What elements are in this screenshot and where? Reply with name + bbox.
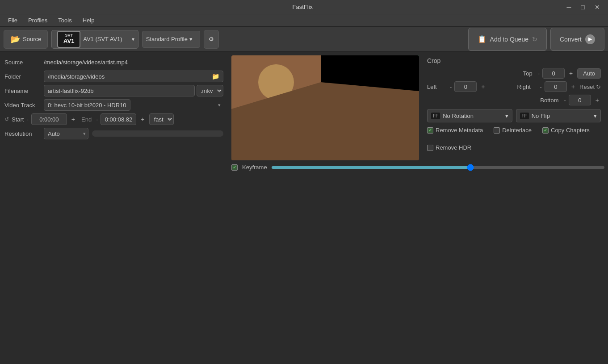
video-track-select[interactable]: 0: hevc 10-bit bt2020 - HDR10 xyxy=(44,99,130,111)
start-time-plus-button[interactable]: + xyxy=(70,115,77,124)
crop-left-input[interactable] xyxy=(454,81,477,92)
source-icon: 📂 xyxy=(10,34,20,44)
remove-hdr-item: Remove HDR xyxy=(427,144,471,151)
flip-chevron-icon: ▾ xyxy=(594,113,597,119)
source-field-label: Source xyxy=(4,59,40,66)
crop-top-input[interactable] xyxy=(542,68,565,79)
preview-image-inner xyxy=(231,55,419,160)
crop-right-plus-button[interactable]: + xyxy=(570,82,577,91)
convert-label: Convert xyxy=(560,36,582,43)
copy-chapters-checkbox[interactable] xyxy=(542,127,549,134)
crop-left-plus-button[interactable]: + xyxy=(479,82,486,91)
crop-right-input[interactable] xyxy=(545,81,567,92)
crop-left-label: Left xyxy=(427,84,447,90)
queue-icon: 📋 xyxy=(478,35,486,43)
extension-select[interactable]: .mkv .mp4 xyxy=(197,85,223,96)
queue-spinner-icon: ↻ xyxy=(532,36,537,43)
folder-path: /media/storage/videos xyxy=(48,73,105,80)
source-row: Source /media/storage/videos/artist.mp4 xyxy=(4,56,223,68)
filename-input-group: .mkv .mp4 xyxy=(44,85,223,96)
extension-select-wrap: .mkv .mp4 xyxy=(197,85,223,96)
encoder-dropdown-button[interactable]: ▾ xyxy=(128,30,138,49)
folder-browse-button[interactable]: 📁 xyxy=(212,73,219,80)
rotation-row: FF No Rotation ▾ FF No Flip ▾ xyxy=(427,109,601,122)
left-panel: Source /media/storage/videos/artist.mp4 … xyxy=(0,52,228,364)
settings-button[interactable]: ⚙ xyxy=(204,30,219,49)
menu-tools[interactable]: Tools xyxy=(54,15,76,25)
checkboxes-row: Remove Metadata Deinterlace Copy Chapter… xyxy=(427,127,601,151)
remove-hdr-checkbox[interactable] xyxy=(427,145,433,151)
window-controls: ─ □ ✕ xyxy=(564,3,603,12)
right-panel: Crop Top - + Auto Left - + Ri xyxy=(228,52,608,364)
main-content: Source /media/storage/videos/artist.mp4 … xyxy=(0,52,608,364)
deinterlace-label: Deinterlace xyxy=(502,127,532,134)
toolbar: 📂 Source SVT AV1 AV1 (SVT AV1) ▾ Standar… xyxy=(0,27,608,52)
flip-logo: FF xyxy=(520,113,529,119)
svt-logo: SVT AV1 xyxy=(57,31,80,48)
crop-right-label: Right xyxy=(517,84,537,90)
add-to-queue-button[interactable]: 📋 Add to Queue ↻ xyxy=(468,28,547,51)
deinterlace-checkbox[interactable] xyxy=(494,127,500,134)
profile-chevron-icon: ▾ xyxy=(189,36,193,42)
end-time-plus-button[interactable]: + xyxy=(139,115,146,124)
crop-lr-row: Left - + Right - + Reset ↻ xyxy=(427,81,601,92)
source-path: /media/storage/videos/artist.mp4 xyxy=(44,59,128,66)
profile-label: Standard Profile xyxy=(146,36,188,42)
video-track-select-wrap: 0: hevc 10-bit bt2020 - HDR10 xyxy=(44,99,223,111)
crop-bottom-plus-button[interactable]: + xyxy=(594,96,601,105)
start-label: Start xyxy=(12,116,24,123)
crop-top-label: Top xyxy=(519,70,533,77)
source-label: Source xyxy=(23,36,41,42)
resolution-bar xyxy=(92,130,223,137)
rotation-chevron-icon: ▾ xyxy=(505,113,508,119)
crop-title: Crop xyxy=(427,57,601,64)
crop-reset-button[interactable]: Reset ↻ xyxy=(579,84,601,90)
encoder-name: AV1 (SVT AV1) xyxy=(83,36,122,42)
profile-selector[interactable]: Standard Profile ▾ xyxy=(142,31,200,48)
menu-help[interactable]: Help xyxy=(78,15,99,25)
deinterlace-item: Deinterlace xyxy=(494,127,532,134)
minimize-button[interactable]: ─ xyxy=(564,3,574,12)
flip-selector[interactable]: FF No Flip ▾ xyxy=(516,109,601,122)
reset-label: Reset xyxy=(579,84,595,90)
maximize-button[interactable]: □ xyxy=(579,3,587,12)
copy-chapters-label: Copy Chapters xyxy=(551,127,590,134)
remove-metadata-checkbox[interactable] xyxy=(427,127,433,134)
crop-bottom-label: Bottom xyxy=(536,97,558,104)
crop-bottom-row: Bottom - + xyxy=(427,95,601,105)
encoder-name-button[interactable]: SVT AV1 AV1 (SVT AV1) xyxy=(51,30,127,49)
seek-mode-wrap: fast xyxy=(149,113,174,125)
encoder-selector: SVT AV1 AV1 (SVT AV1) ▾ xyxy=(51,30,138,49)
keyframe-checkbox[interactable]: ✓ xyxy=(231,164,238,171)
flip-value: No Flip xyxy=(532,113,550,119)
start-time-input[interactable] xyxy=(31,113,67,125)
preview-area: Crop Top - + Auto Left - + Ri xyxy=(231,55,604,160)
folder-field-label: Folder xyxy=(4,73,40,80)
convert-button[interactable]: Convert ▶ xyxy=(550,28,604,51)
crop-auto-button[interactable]: Auto xyxy=(577,68,601,79)
keyframe-label: Keyframe xyxy=(242,164,267,171)
resolution-row: Resolution Auto xyxy=(4,128,223,139)
crop-bottom-input[interactable] xyxy=(569,95,591,105)
end-time-input[interactable] xyxy=(101,113,136,125)
close-button[interactable]: ✕ xyxy=(592,3,603,12)
titlebar: FastFlix ─ □ ✕ xyxy=(0,0,608,14)
video-preview xyxy=(231,55,419,160)
keyframe-slider[interactable] xyxy=(272,166,604,169)
menu-file[interactable]: File xyxy=(4,15,22,25)
filename-row: Filename .mkv .mp4 xyxy=(4,85,223,96)
timing-separator: End xyxy=(81,116,92,123)
folder-input-wrap: /media/storage/videos 📁 xyxy=(44,71,223,82)
video-track-label: Video Track xyxy=(4,102,40,109)
crop-top-plus-button[interactable]: + xyxy=(567,69,574,78)
add-queue-label: Add to Queue xyxy=(490,36,528,43)
source-button[interactable]: 📂 Source xyxy=(4,30,48,49)
menu-profiles[interactable]: Profiles xyxy=(24,15,52,25)
reset-icon: ↻ xyxy=(596,84,601,90)
play-icon: ▶ xyxy=(585,34,595,44)
rotation-value: No Rotation xyxy=(443,113,474,119)
seek-mode-select[interactable]: fast xyxy=(149,113,174,125)
filename-input[interactable] xyxy=(44,85,195,96)
rotation-selector[interactable]: FF No Rotation ▾ xyxy=(427,109,512,122)
resolution-select[interactable]: Auto xyxy=(44,128,88,139)
